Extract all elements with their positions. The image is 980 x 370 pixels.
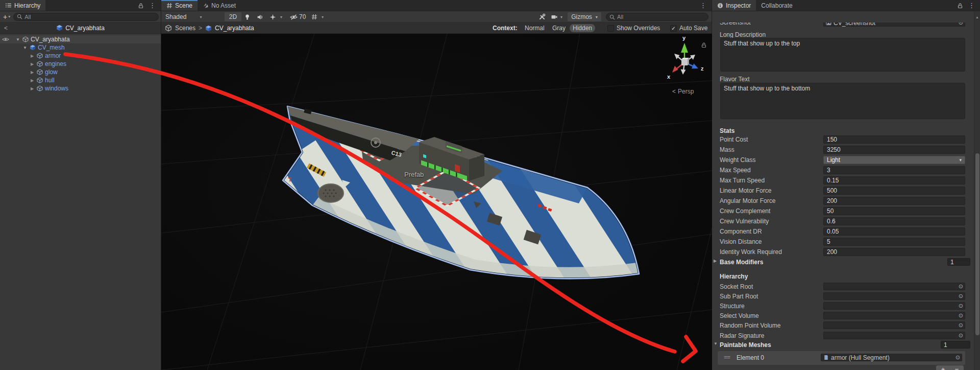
scrollbar-thumb[interactable]: [975, 153, 979, 335]
remove-element-button[interactable]: −: [950, 365, 964, 370]
orientation-gizmo[interactable]: y x z < Persp: [654, 34, 712, 103]
context-option-hidden[interactable]: Hidden: [570, 24, 595, 32]
add-element-button[interactable]: +: [936, 365, 950, 370]
scroll-up-arrow[interactable]: ▲: [975, 15, 979, 19]
scene-search[interactable]: [606, 13, 708, 21]
hidden-objects-button[interactable]: 70: [290, 12, 306, 21]
object-picker-icon[interactable]: ⊙: [959, 283, 963, 290]
add-object-dropdown-icon[interactable]: ▾: [8, 14, 10, 19]
weight-class-dropdown[interactable]: Light ▾: [823, 156, 965, 164]
screenshot-object-field[interactable]: CV_screenshot ⊙: [823, 22, 965, 27]
base-modifiers-label[interactable]: Base Modifiers: [720, 258, 763, 266]
context-option-gray[interactable]: Gray: [552, 24, 566, 32]
axis-x-label[interactable]: x: [667, 74, 670, 80]
object-picker-icon[interactable]: ⊙: [959, 312, 963, 319]
prefab-breadcrumb[interactable]: CV_aryabhata: [0, 25, 161, 32]
stat-input[interactable]: 0.05: [823, 227, 965, 236]
foldout-closed-icon[interactable]: ▶: [30, 86, 35, 91]
object-ref-field[interactable]: ⊙: [823, 321, 965, 329]
tree-row-cv-aryabhata[interactable]: ▼ CV_aryabhata: [0, 35, 161, 43]
stat-input[interactable]: 200: [823, 248, 965, 256]
projection-toggle[interactable]: < Persp: [672, 88, 694, 95]
scene-search-input[interactable]: [617, 14, 705, 20]
lock-icon[interactable]: [957, 3, 963, 9]
show-overrides-toggle[interactable]: Show Overrides: [607, 24, 660, 32]
component-tools-button[interactable]: [538, 12, 546, 21]
stat-input[interactable]: 0.6: [823, 217, 965, 225]
scene-viewport[interactable]: C13: [161, 34, 712, 370]
visibility-eye-icon[interactable]: [2, 35, 10, 43]
tab-inspector[interactable]: Inspector: [712, 0, 756, 11]
inspector-scrollbar[interactable]: ▲: [974, 11, 980, 370]
object-ref-field[interactable]: ⊙: [823, 332, 965, 339]
tab-scene[interactable]: Scene: [161, 0, 198, 11]
tree-row-engines[interactable]: ▶ engines: [0, 60, 161, 68]
object-ref-field[interactable]: ⊙: [823, 302, 965, 310]
stat-input[interactable]: 0.15: [823, 176, 965, 184]
auto-save-toggle[interactable]: ✓ Auto Save: [670, 24, 707, 32]
object-picker-icon[interactable]: ⊙: [959, 332, 963, 339]
stat-input[interactable]: 200: [823, 197, 965, 205]
paintable-meshes-label[interactable]: Paintable Meshes: [720, 341, 771, 349]
scene-breadcrumb[interactable]: Scenes > CV_aryabhata: [165, 24, 254, 32]
object-picker-icon[interactable]: ⊙: [959, 293, 963, 299]
drag-handle-icon[interactable]: ==: [724, 354, 730, 361]
base-modifiers-size-field[interactable]: 1: [947, 258, 970, 266]
tree-row-armor[interactable]: ▶ armor: [0, 52, 161, 60]
flavor-text-textarea[interactable]: Stuff that show up to the bottom: [720, 83, 965, 119]
axis-y-label[interactable]: y: [682, 35, 685, 41]
object-picker-icon[interactable]: ⊙: [959, 322, 963, 329]
foldout-closed-icon[interactable]: ▶: [30, 78, 35, 83]
add-object-button[interactable]: +: [2, 13, 8, 21]
stat-input[interactable]: 3250: [823, 146, 965, 154]
tree-row-hull[interactable]: ▶ hull: [0, 76, 161, 84]
spaceship-model[interactable]: C13: [236, 34, 667, 370]
kebab-menu-icon[interactable]: ⋮: [148, 0, 157, 11]
object-picker-icon[interactable]: ⊙: [955, 354, 960, 361]
object-ref-field[interactable]: ⊙: [823, 283, 965, 290]
chevron-down-icon[interactable]: ▾: [280, 15, 282, 19]
paintable-meshes-size-field[interactable]: 1: [941, 341, 970, 349]
foldout-open-icon[interactable]: ▼: [22, 45, 28, 50]
tree-row-windows[interactable]: ▶ windows: [0, 84, 161, 92]
foldout-closed-icon[interactable]: ▶: [30, 54, 35, 58]
long-description-textarea[interactable]: Stuff that show up to the top: [720, 38, 965, 72]
auto-save-checkbox[interactable]: ✓: [670, 25, 677, 32]
stat-input[interactable]: 50: [823, 207, 965, 215]
tree-row-glow[interactable]: ▶ glow: [0, 68, 161, 76]
foldout-closed-icon[interactable]: ▶: [30, 70, 35, 75]
chevron-down-icon[interactable]: ▾: [322, 15, 324, 19]
tab-hierarchy[interactable]: Hierarchy: [0, 0, 45, 11]
chevron-down-icon[interactable]: ▾: [560, 15, 562, 19]
context-option-normal[interactable]: Normal: [525, 24, 545, 32]
show-overrides-checkbox[interactable]: [607, 25, 614, 32]
hierarchy-search-input[interactable]: [24, 14, 155, 20]
axis-z-label[interactable]: z: [701, 65, 704, 72]
object-ref-field[interactable]: ⊙: [823, 312, 965, 319]
object-picker-icon[interactable]: ⊙: [959, 303, 963, 309]
object-picker-icon[interactable]: ⊙: [959, 22, 963, 26]
paintable-meshes-element-row[interactable]: == Element 0 armor (Hull Segment) ⊙: [718, 351, 965, 365]
hierarchy-search[interactable]: [13, 13, 159, 21]
tab-no-asset[interactable]: No Asset: [198, 0, 241, 11]
stat-input[interactable]: 3: [823, 166, 965, 174]
stat-input[interactable]: 5: [823, 238, 965, 246]
element0-object-field[interactable]: armor (Hull Segment) ⊙: [821, 354, 962, 361]
stat-input[interactable]: 500: [823, 187, 965, 195]
object-ref-field[interactable]: ⊙: [823, 292, 965, 300]
kebab-menu-icon[interactable]: ⋮: [699, 0, 707, 11]
stat-input[interactable]: 150: [823, 135, 965, 144]
kebab-menu-icon[interactable]: ⋮: [967, 0, 976, 11]
foldout-open-icon[interactable]: ▼: [15, 37, 20, 42]
grid-visibility-button[interactable]: ▾: [311, 12, 324, 21]
foldout-closed-icon[interactable]: ▶: [714, 259, 719, 263]
foldout-open-icon[interactable]: ▼: [714, 341, 719, 346]
prefab-floating-label[interactable]: Prefab: [404, 171, 424, 178]
tab-collaborate[interactable]: Collaborate: [756, 0, 797, 11]
gizmo-lock-icon[interactable]: [701, 42, 707, 48]
audio-toggle-button[interactable]: [257, 12, 263, 21]
lighting-toggle-button[interactable]: [244, 12, 251, 21]
back-button[interactable]: <: [4, 25, 8, 32]
effects-toggle-button[interactable]: ▾: [270, 12, 282, 21]
camera-settings-button[interactable]: ▾: [551, 12, 562, 21]
